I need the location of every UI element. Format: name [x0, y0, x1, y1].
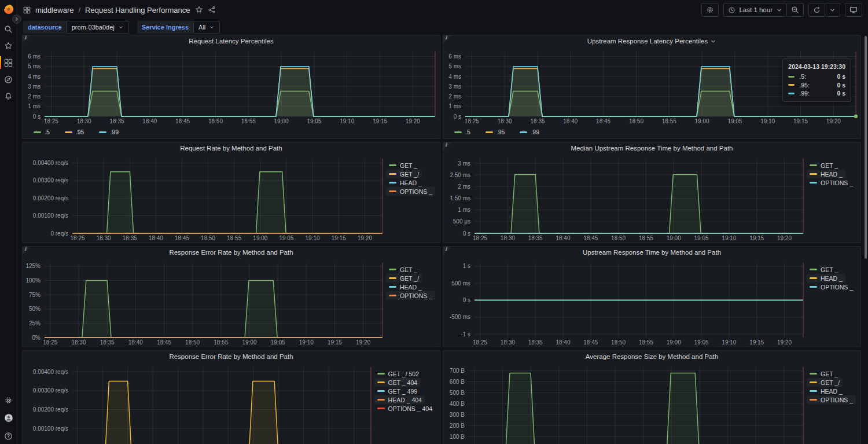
panel-info-icon[interactable]: i — [443, 142, 451, 151]
svg-text:18:40: 18:40 — [149, 235, 163, 241]
legend-item[interactable]: GET _ 404 — [374, 378, 421, 387]
panel-6: iUpstream Response Time by Method and Pa… — [443, 246, 861, 347]
legend-item[interactable]: .99 — [517, 128, 542, 137]
legend-item[interactable]: GET _ 499 — [374, 387, 421, 395]
svg-text:19:15: 19:15 — [749, 235, 764, 241]
svg-text:18:45: 18:45 — [175, 235, 189, 241]
legend-item[interactable]: GET _/ 502 — [374, 369, 422, 378]
legend-item[interactable]: GET _ — [386, 265, 420, 274]
panel-info-icon[interactable]: i — [23, 35, 31, 43]
sidebar-item-starred[interactable] — [0, 40, 17, 52]
variable-value-datasource[interactable]: prom-03ba0dej — [67, 21, 129, 34]
legend-item[interactable]: OPTIONS _ — [807, 395, 856, 404]
legend-item[interactable]: GET _ — [386, 161, 420, 170]
info-glyph: i — [445, 142, 447, 148]
svg-text:2 ms: 2 ms — [28, 93, 41, 100]
panel-title[interactable]: Request Rate by Method and Path — [180, 145, 282, 152]
time-series-chart[interactable]: 18:2518:3018:3518:4018:4518:5018:5519:00… — [444, 362, 807, 444]
variable-label-service-ingress[interactable]: Service Ingress — [137, 21, 193, 34]
favorite-star-icon[interactable] — [195, 6, 203, 14]
legend-item[interactable]: OPTIONS _ — [386, 291, 435, 300]
sidebar-item-help[interactable] — [4, 430, 13, 442]
svg-text:18:30: 18:30 — [501, 235, 515, 241]
legend-item[interactable]: GET _/ — [386, 170, 422, 178]
dashboard-settings-button[interactable] — [701, 3, 719, 17]
legend-item[interactable]: .5 — [31, 128, 53, 137]
tooltip-row: .99:0 s — [788, 90, 845, 97]
svg-text:18:45: 18:45 — [583, 339, 598, 346]
sidebar-item-dashboards[interactable] — [0, 57, 17, 68]
refresh-button[interactable] — [808, 3, 825, 17]
apps-grid-icon — [23, 6, 31, 14]
legend-swatch — [810, 381, 817, 383]
legend-item[interactable]: OPTIONS _ 404 — [374, 404, 435, 413]
panel-title[interactable]: Upstream Response Time by Method and Pat… — [583, 249, 721, 256]
refresh-interval-chevron[interactable] — [825, 3, 840, 17]
breadcrumb-page-title[interactable]: Request Handling Performance — [85, 6, 190, 14]
panel-info-icon[interactable]: i — [23, 247, 31, 255]
svg-text:100%: 100% — [25, 277, 41, 284]
variable-label-datasource[interactable]: datasource — [23, 21, 67, 34]
tooltip-series-label: .99: — [799, 90, 810, 97]
legend-item[interactable]: OPTIONS _ — [807, 178, 856, 187]
panel-title[interactable]: Median Upstream Response Time by Method … — [571, 145, 733, 152]
legend-item[interactable]: .95 — [483, 128, 508, 137]
legend-item[interactable]: HEAD _ — [807, 387, 845, 395]
panel-title[interactable]: Response Error Rate by Method and Path — [169, 249, 293, 256]
svg-text:25%: 25% — [29, 320, 41, 326]
legend-item[interactable]: GET _ — [807, 265, 841, 274]
sidebar-item-alerting[interactable] — [0, 90, 17, 102]
legend-label: OPTIONS _ — [400, 188, 432, 195]
panel-title[interactable]: Upstream Response Latency Percentiles — [587, 38, 716, 45]
time-series-chart[interactable]: 18:2518:3018:3518:4018:4518:5018:5519:00… — [24, 47, 439, 126]
legend-item[interactable]: .5 — [451, 128, 473, 137]
svg-text:18:30: 18:30 — [77, 118, 91, 124]
variable-value-service-ingress[interactable]: All — [193, 21, 220, 34]
panel-title[interactable]: Average Response Size by Method and Path — [586, 353, 718, 360]
time-series-chart[interactable]: 18:2518:3018:3518:4018:4518:5018:5519:00… — [24, 258, 386, 347]
legend-label: GET _/ — [821, 379, 840, 386]
legend-item[interactable]: HEAD _ 404 — [374, 395, 425, 404]
zoom-out-button[interactable] — [787, 3, 804, 17]
legend-item[interactable]: GET _ — [807, 369, 841, 378]
grafana-logo-icon[interactable] — [3, 3, 14, 15]
scrollbar-thumb[interactable] — [865, 36, 867, 259]
legend-item[interactable]: OPTIONS _ — [386, 187, 435, 196]
legend-item[interactable]: GET _ — [807, 161, 841, 170]
kiosk-mode-button[interactable] — [845, 3, 862, 17]
legend-item[interactable]: GET _/ — [386, 274, 422, 282]
sidebar-item-settings[interactable] — [4, 394, 13, 406]
sidebar-expand-button[interactable] — [12, 14, 21, 24]
svg-text:1 s: 1 s — [463, 263, 470, 269]
svg-text:-1 s: -1 s — [461, 331, 470, 337]
legend-item[interactable]: .99 — [96, 128, 122, 137]
panel-info-icon[interactable]: i — [443, 247, 451, 255]
svg-text:19:00: 19:00 — [667, 235, 681, 241]
svg-text:0 s: 0 s — [463, 230, 470, 237]
legend: GET _/ 502GET _ 404GET _ 499HEAD _ 404OP… — [374, 362, 439, 444]
panel-title[interactable]: Request Latency Percentiles — [189, 38, 273, 45]
time-series-chart[interactable]: 18:2518:3018:3518:4018:4518:5018:5519:00… — [444, 258, 807, 347]
svg-text:18:45: 18:45 — [157, 339, 171, 346]
sidebar-item-profile[interactable] — [4, 412, 13, 424]
legend-label: GET _ — [400, 266, 417, 273]
legend-item[interactable]: .95 — [62, 128, 87, 137]
panel-info-icon[interactable]: i — [443, 35, 451, 43]
legend-item[interactable]: HEAD _ — [386, 282, 425, 291]
breadcrumb-section[interactable]: middleware — [35, 6, 73, 14]
time-series-chart[interactable]: 18:2518:3018:3518:4018:4518:5018:5519:00… — [24, 154, 386, 243]
time-series-chart[interactable]: 18:2518:3018:3518:4018:4518:5018:5519:00… — [444, 154, 807, 243]
legend-swatch — [810, 390, 817, 392]
time-range-picker[interactable]: Last 1 hour — [723, 3, 787, 17]
sidebar-item-search[interactable] — [0, 23, 17, 35]
svg-text:18:25: 18:25 — [43, 339, 57, 346]
legend-item[interactable]: HEAD _ — [386, 178, 425, 187]
panel-title[interactable]: Response Error Rate by Method and Path — [169, 353, 293, 360]
share-icon[interactable] — [208, 6, 216, 14]
legend-item[interactable]: GET _/ — [807, 378, 843, 387]
legend-item[interactable]: HEAD _ — [807, 274, 845, 282]
legend-item[interactable]: OPTIONS _ — [807, 282, 856, 291]
sidebar-item-explore[interactable] — [0, 74, 17, 85]
time-series-chart[interactable]: 18:2518:3018:3518:4018:4518:5018:5519:00… — [24, 362, 374, 444]
legend-item[interactable]: HEAD _ — [807, 170, 845, 178]
